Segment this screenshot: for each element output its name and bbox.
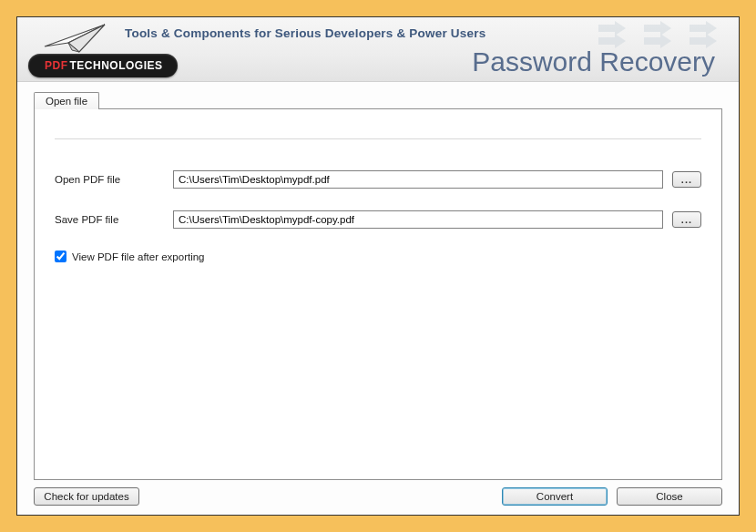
save-pdf-row: Save PDF file ... xyxy=(55,210,701,229)
header-tagline: Tools & Components for Serious Developer… xyxy=(125,26,485,40)
app-title: Password Recovery xyxy=(472,46,715,77)
footer: Check for updates Convert Close xyxy=(17,480,739,515)
tab-open-file[interactable]: Open file xyxy=(34,92,99,109)
body-area: Open file Open PDF file ... Save PDF fil… xyxy=(17,82,739,480)
view-after-export-label: View PDF file after exporting xyxy=(72,251,205,262)
tab-strip: Open file xyxy=(34,91,722,108)
open-pdf-label: Open PDF file xyxy=(55,174,173,185)
open-pdf-input[interactable] xyxy=(173,170,663,189)
logo-badge: PDF TECHNOLOGIES xyxy=(28,54,178,77)
open-pdf-row: Open PDF file ... xyxy=(55,170,701,189)
save-pdf-label: Save PDF file xyxy=(55,214,173,225)
header-arrows-decoration xyxy=(598,21,730,48)
view-after-export-row[interactable]: View PDF file after exporting xyxy=(55,251,701,262)
paper-plane-icon xyxy=(43,23,108,56)
logo-tech-text: TECHNOLOGIES xyxy=(70,59,163,72)
logo-pdf-text: PDF xyxy=(45,59,68,72)
close-button[interactable]: Close xyxy=(617,487,722,506)
view-after-export-checkbox[interactable] xyxy=(55,251,66,262)
svg-marker-4 xyxy=(690,21,717,36)
check-for-updates-button[interactable]: Check for updates xyxy=(34,487,139,506)
app-header: Tools & Components for Serious Developer… xyxy=(17,17,739,82)
panel-divider xyxy=(55,138,701,139)
svg-marker-2 xyxy=(644,21,671,36)
convert-button[interactable]: Convert xyxy=(502,487,608,506)
save-pdf-browse-button[interactable]: ... xyxy=(672,211,701,228)
svg-marker-0 xyxy=(598,21,626,36)
open-pdf-browse-button[interactable]: ... xyxy=(672,171,701,188)
tab-panel: Open PDF file ... Save PDF file ... View… xyxy=(34,108,722,480)
footer-right-group: Convert Close xyxy=(502,487,722,506)
app-window: Tools & Components for Serious Developer… xyxy=(16,16,740,516)
save-pdf-input[interactable] xyxy=(173,210,663,229)
